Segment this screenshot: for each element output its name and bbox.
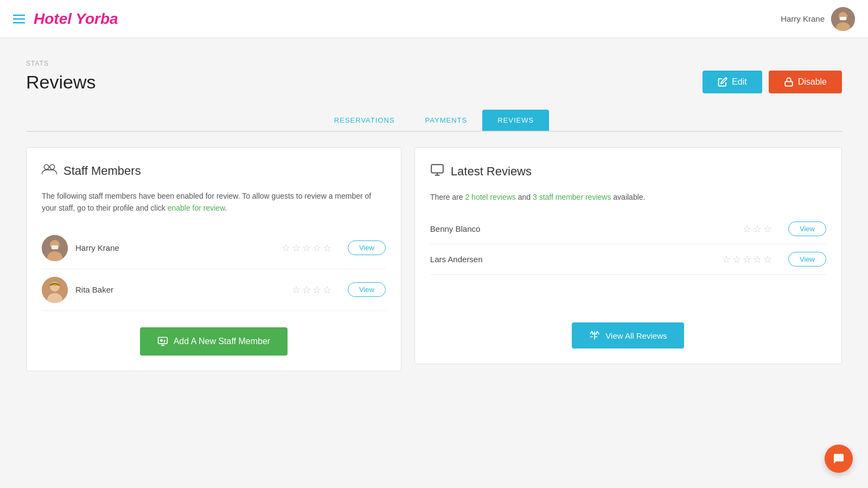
tab-reviews[interactable]: REVIEWS [482,110,549,131]
staff-avatar-harry [42,235,68,261]
header-right: Harry Krane [781,7,855,31]
lock-icon [784,77,794,87]
star-rating-rita: ☆ ☆ ☆ ☆ [292,284,331,296]
staff-list: Harry Krane ☆ ☆ ☆ ☆ ☆ View [42,227,386,311]
tab-reservations[interactable]: RESERVATIONS [319,110,410,131]
edit-button[interactable]: Edit [703,71,762,93]
staff-item: Harry Krane ☆ ☆ ☆ ☆ ☆ View [42,227,386,269]
edit-icon [718,77,727,87]
reviews-count-text: There are 2 hotel reviews and 3 staff me… [430,191,826,203]
staff-item: Rita Baker ☆ ☆ ☆ ☆ View [42,269,386,311]
reviews-card-icon [430,163,444,180]
user-name-label: Harry Krane [781,14,825,23]
avatar[interactable] [831,7,855,31]
svg-point-15 [161,339,162,341]
disable-button[interactable]: Disable [769,71,842,93]
staff-avatar-rita [42,277,68,303]
staff-members-card: Staff Members The following staff member… [26,147,401,371]
svg-rect-4 [785,81,793,86]
hamburger-menu-icon[interactable] [13,15,25,23]
reviews-card-header: Latest Reviews [430,163,826,180]
header: Hotel Yorba Harry Krane [0,0,868,38]
header-left: Hotel Yorba [13,10,118,28]
staff-name-harry: Harry Krane [75,243,274,252]
star-rating-lars: ☆ ☆ ☆ ☆ ☆ [722,253,772,265]
star-rating-harry: ☆ ☆ ☆ ☆ ☆ [282,242,331,254]
view-all-reviews-button[interactable]: View All Reviews [572,322,684,348]
staff-name-rita: Rita Baker [75,285,284,294]
view-all-label: View All Reviews [605,331,667,340]
header-buttons: Edit Disable [703,71,842,93]
svg-rect-16 [431,164,443,173]
review-item: Benny Blanco ☆ ☆ ☆ View [430,214,826,244]
tab-payments[interactable]: PAYMENTS [410,110,483,131]
view-button-harry[interactable]: View [348,240,386,255]
add-staff-icon [157,336,168,347]
tabs-bar: RESERVATIONS PAYMENTS REVIEWS [26,110,842,132]
review-name-lars: Lars Andersen [430,255,714,264]
main-content: STATS Reviews Edit Disable RESERVATIONS … [0,38,868,393]
latest-reviews-card: Latest Reviews There are 2 hotel reviews… [414,147,842,364]
review-item: Lars Andersen ☆ ☆ ☆ ☆ ☆ View [430,244,826,275]
reviews-card-title: Latest Reviews [451,164,532,179]
view-button-lars[interactable]: View [788,252,826,267]
svg-rect-10 [52,245,58,249]
star-rating-benny: ☆ ☆ ☆ [743,223,772,235]
add-staff-container: Add A New Staff Member [42,311,386,356]
app-logo: Hotel Yorba [34,10,118,28]
staff-reviews-count: 3 staff member reviews [533,193,611,201]
staff-group-icon [42,163,57,179]
staff-card-title: Staff Members [63,164,141,178]
svg-point-6 [50,164,55,169]
cards-row: Staff Members The following staff member… [26,147,842,371]
add-staff-label: Add A New Staff Member [174,337,270,346]
enable-for-review-link[interactable]: enable for review [168,204,225,212]
scales-icon [589,330,600,341]
page-meta: STATS [26,60,842,67]
hotel-reviews-count: 2 hotel reviews [465,193,515,201]
reviews-list: Benny Blanco ☆ ☆ ☆ View Lars Andersen ☆ … [430,214,826,275]
view-button-benny[interactable]: View [788,221,826,236]
staff-card-header: Staff Members [42,163,386,179]
page-title: Reviews [26,72,95,93]
view-all-container: View All Reviews [430,290,826,348]
staff-card-description: The following staff members have been en… [42,190,386,214]
view-button-rita[interactable]: View [348,282,386,297]
svg-rect-3 [840,17,846,20]
edit-label: Edit [732,77,747,87]
svg-point-5 [44,164,49,169]
page-header: Reviews Edit Disable [26,71,842,93]
add-staff-button[interactable]: Add A New Staff Member [140,327,288,356]
disable-label: Disable [798,77,827,87]
review-name-benny: Benny Blanco [430,224,735,233]
